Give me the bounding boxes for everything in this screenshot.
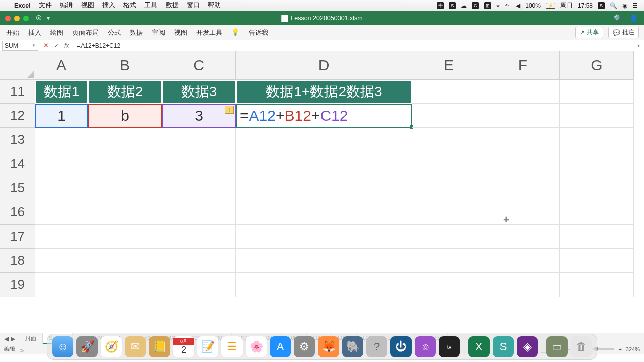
dock-premiere[interactable]: ◈ [517,336,538,357]
dock-contacts[interactable]: 📒 [149,336,170,357]
cell-A13[interactable] [35,128,88,152]
cell-C12[interactable]: 3 ! [162,104,236,128]
status-s2-icon[interactable]: S [598,2,605,9]
tab-pagelayout[interactable]: 页面布局 [72,28,99,37]
status-input-icon[interactable]: ㊥ [437,2,444,9]
col-header-A[interactable]: A [35,51,88,80]
cell-F11[interactable] [486,80,560,104]
dock-launchpad[interactable]: 🚀 [76,336,98,357]
dock-firefox[interactable]: 🦊 [318,336,339,357]
tab-draw[interactable]: 绘图 [50,28,63,37]
tab-data[interactable]: 数据 [130,28,143,37]
col-header-D[interactable]: D [236,51,412,80]
app-name[interactable]: Excel [14,2,31,9]
row-header-16[interactable]: 16 [0,200,35,225]
col-header-G[interactable]: G [560,51,634,80]
row-header-12[interactable]: 12 [0,104,35,128]
cell-E12[interactable] [412,104,486,128]
account-icon[interactable]: 👤 [629,14,638,22]
dock-podcasts[interactable]: ⌾ [415,336,436,357]
status-s-icon[interactable]: S [449,2,456,9]
zoom-in-button[interactable]: + [618,346,621,352]
name-box-dropdown-icon[interactable]: ▼ [32,43,36,48]
dock-pgadmin[interactable]: 🐘 [342,336,363,357]
dock-appletv[interactable]: tv [439,336,460,357]
spotlight-icon[interactable]: 🔍 [610,2,617,9]
formula-bar-expand-icon[interactable]: ▾ [637,43,644,48]
dock-help[interactable]: ? [366,336,387,357]
cell-E11[interactable] [412,80,486,104]
status-c-icon[interactable]: C [472,2,479,9]
tab-developer[interactable]: 开发工具 [196,28,222,37]
cell-A12[interactable]: 1 [35,104,88,128]
cell-D11[interactable]: 数据1+数据2数据3 [236,80,412,104]
spreadsheet-grid[interactable]: A B C D E F G 11 数据1 数据2 数据3 数据1+数据2数据3 … [0,51,644,333]
cell-G12[interactable] [560,104,634,128]
dock-settings[interactable]: ⚙ [294,336,315,357]
row-header-14[interactable]: 14 [0,152,35,176]
status-grid-icon[interactable]: ⊞ [484,2,491,9]
dock-downloads[interactable]: ▭ [546,336,568,357]
cell-G11[interactable] [560,80,634,104]
cell-A11[interactable]: 数据1 [35,80,88,104]
sheet-tab-封面[interactable]: 封面 [19,333,43,344]
cancel-formula-button[interactable]: ✕ [43,42,49,49]
minimize-window-button[interactable] [14,16,20,21]
sheet-nav-next[interactable]: ▶ [11,335,15,342]
qat-pointer-icon[interactable]: ⦿ [36,15,42,22]
wifi-icon[interactable]: ᯤ [505,2,511,9]
row-header-11[interactable]: 11 [0,80,35,104]
dock-notes[interactable]: 📝 [197,336,218,357]
dock-excel[interactable]: X [468,336,490,357]
dock-calendar[interactable]: 8月2 [173,336,194,357]
menu-help[interactable]: 帮助 [208,1,221,10]
row-header-15[interactable]: 15 [0,176,35,200]
sheet-nav-prev[interactable]: ◀ [4,335,9,342]
cell-F12[interactable] [486,104,560,128]
qat-dropdown-icon[interactable]: ▾ [47,15,50,22]
menu-edit[interactable]: 编辑 [60,1,73,10]
cell-B11[interactable]: 数据2 [88,80,162,104]
dock-appstore[interactable]: A [270,336,291,357]
menu-window[interactable]: 窗口 [187,1,200,10]
zoom-level[interactable]: 324% [626,346,640,352]
menu-tools[interactable]: 工具 [144,1,157,10]
tab-review[interactable]: 审阅 [152,28,165,37]
name-box[interactable]: SUM ▼ [2,41,38,51]
row-header-19[interactable]: 19 [0,273,35,297]
cell-D12-editing[interactable]: =A12+B12+C12 [236,104,412,128]
row-header-13[interactable]: 13 [0,128,35,152]
siri-icon[interactable]: ◉ [622,2,627,9]
cell-C11[interactable]: 数据3 [162,80,236,104]
row-header-18[interactable]: 18 [0,249,35,273]
row-header-17[interactable]: 17 [0,225,35,249]
tab-view[interactable]: 视图 [174,28,187,37]
col-header-F[interactable]: F [486,51,560,80]
status-cloud-icon[interactable]: ☁ [461,2,467,9]
search-icon[interactable]: 🔍 [614,14,622,22]
error-warning-icon[interactable]: ! [225,106,234,114]
cell-B12[interactable]: b [88,104,162,128]
tab-insert[interactable]: 插入 [28,28,41,37]
dock-finder[interactable]: ☺ [52,336,73,357]
lightbulb-icon[interactable]: 💡 [231,28,239,37]
fx-icon[interactable]: fx [64,42,69,49]
bluetooth-icon[interactable]: ⌖ [496,2,500,9]
dock-photos[interactable]: 🌸 [246,336,267,357]
col-header-B[interactable]: B [88,51,162,80]
battery-icon[interactable]: ⚡ [546,3,555,9]
dock-activity[interactable]: ⏻ [390,336,412,357]
enter-formula-button[interactable]: ✓ [54,42,59,49]
menu-view[interactable]: 视图 [81,1,94,10]
menu-file[interactable]: 文件 [39,1,52,10]
dock-safari[interactable]: 🧭 [101,336,122,357]
tab-home[interactable]: 开始 [6,28,19,37]
dock-trash[interactable]: 🗑 [571,336,592,357]
comments-button[interactable]: 💬批注 [608,27,639,38]
close-window-button[interactable] [5,16,11,21]
col-header-E[interactable]: E [412,51,486,80]
col-header-C[interactable]: C [162,51,236,80]
share-button[interactable]: ↗共享 [575,27,603,38]
volume-icon[interactable]: ◀ [516,2,520,9]
select-all-corner[interactable] [0,51,35,80]
